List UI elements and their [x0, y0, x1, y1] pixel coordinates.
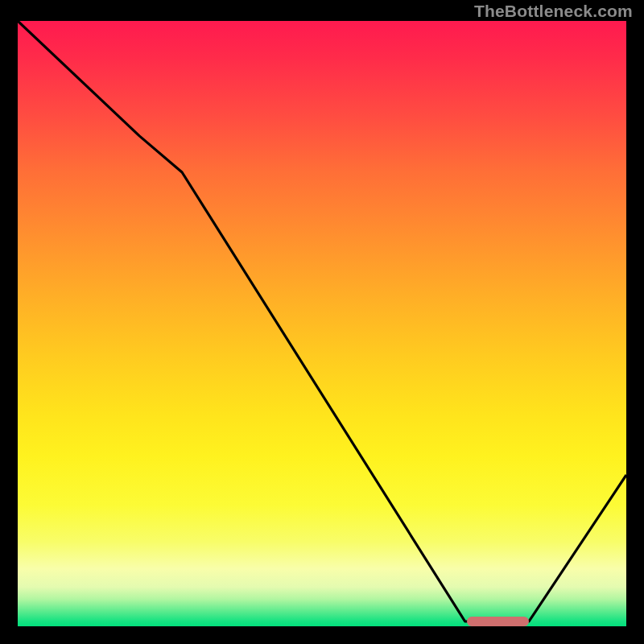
minimum-marker: [467, 617, 529, 626]
bottleneck-curve: [18, 21, 626, 626]
watermark: TheBottleneck.com: [474, 2, 633, 21]
plot-area: [18, 21, 626, 626]
